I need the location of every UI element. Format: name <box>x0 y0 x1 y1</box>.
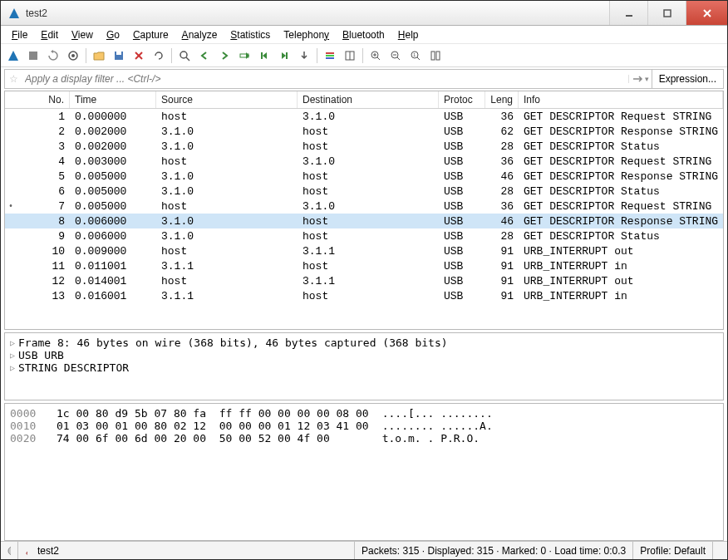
status-packet-stats: Packets: 315 · Displayed: 315 · Marked: … <box>354 542 632 559</box>
column-protocol[interactable]: Protoc <box>439 91 485 108</box>
svg-rect-31 <box>431 52 435 60</box>
find-icon[interactable] <box>175 47 194 65</box>
minimize-button[interactable] <box>609 1 647 25</box>
go-to-packet-icon[interactable] <box>235 47 253 65</box>
packet-row[interactable]: 30.0020003.1.0hostUSB28GET DESCRIPTOR St… <box>5 139 723 154</box>
close-button[interactable] <box>686 1 727 25</box>
auto-scroll-icon[interactable] <box>295 47 313 65</box>
svg-line-12 <box>186 57 189 61</box>
zoom-in-icon[interactable] <box>366 47 385 65</box>
packet-row[interactable]: 80.0060003.1.0hostUSB46GET DESCRIPTOR Re… <box>5 214 723 228</box>
svg-point-11 <box>180 52 187 58</box>
svg-point-6 <box>71 54 75 57</box>
status-file-label: test2 <box>34 545 354 557</box>
status-bar: test2 Packets: 315 · Displayed: 315 · Ma… <box>1 541 727 559</box>
hex-row[interactable]: 002074 00 6f 00 6d 00 20 00 50 00 52 00 … <box>10 432 718 445</box>
packet-row[interactable]: •70.005000host3.1.0USB36GET DESCRIPTOR R… <box>5 199 723 214</box>
resize-columns-icon[interactable] <box>341 47 359 65</box>
bookmark-filter-icon[interactable]: ☆ <box>5 73 22 85</box>
svg-rect-16 <box>326 52 334 54</box>
capture-options-icon[interactable] <box>64 47 82 65</box>
menu-go[interactable]: Go <box>101 27 125 42</box>
start-capture-icon[interactable] <box>4 47 22 65</box>
apply-filter-icon[interactable]: ▾ <box>628 75 652 83</box>
separator <box>317 48 317 63</box>
expression-button[interactable]: Expression... <box>652 70 723 88</box>
window-controls <box>609 1 727 25</box>
titlebar: test2 <box>1 1 727 26</box>
menu-statistics[interactable]: Statistics <box>224 27 276 42</box>
expand-icon[interactable]: ▷ <box>10 338 15 347</box>
go-first-icon[interactable] <box>255 47 273 65</box>
packet-row[interactable]: 110.0110013.1.1hostUSB91URB_INTERRUPT in <box>5 258 723 273</box>
packet-row[interactable]: 100.009000host3.1.1USB91URB_INTERRUPT ou… <box>5 243 723 258</box>
svg-line-24 <box>377 57 380 60</box>
hex-row[interactable]: 00001c 00 80 d9 5b 07 80 fa ff ff 00 00 … <box>10 407 718 420</box>
detail-line: ▷Frame 8: 46 bytes on wire (368 bits), 4… <box>10 336 718 349</box>
expand-icon[interactable]: ▷ <box>10 363 15 372</box>
colorize-icon[interactable] <box>321 47 339 65</box>
restart-capture-icon[interactable] <box>44 47 62 65</box>
menu-file[interactable]: File <box>6 27 33 42</box>
detail-line: ▷USB URB <box>10 349 718 361</box>
svg-rect-17 <box>326 55 334 56</box>
separator <box>362 48 363 63</box>
stop-capture-icon[interactable] <box>24 47 42 65</box>
separator <box>171 48 172 63</box>
mark-column[interactable] <box>5 91 17 108</box>
reload-icon[interactable] <box>150 47 168 65</box>
menu-telephony[interactable]: Telephony <box>278 27 335 42</box>
packet-row[interactable]: 20.0020003.1.0hostUSB62GET DESCRIPTOR Re… <box>5 124 723 139</box>
hex-dump-pane[interactable]: 00001c 00 80 d9 5b 07 80 fa ff ff 00 00 … <box>4 403 724 541</box>
window-title: test2 <box>26 7 609 19</box>
packet-detail-pane[interactable]: ▷Frame 8: 46 bytes on wire (368 bits), 4… <box>4 332 724 400</box>
filter-bar: ☆ ▾ Expression... <box>4 69 724 89</box>
menu-analyze[interactable]: Analyze <box>176 27 224 42</box>
column-no[interactable]: No. <box>17 91 70 108</box>
svg-rect-4 <box>29 52 37 60</box>
column-info[interactable]: Info <box>519 91 723 108</box>
column-length[interactable]: Leng <box>485 91 519 108</box>
packet-row[interactable]: 120.014001host3.1.1USB91URB_INTERRUPT ou… <box>5 273 723 288</box>
column-time[interactable]: Time <box>70 91 156 108</box>
packet-rows: 10.000000host3.1.0USB36GET DESCRIPTOR Re… <box>5 109 723 329</box>
go-last-icon[interactable] <box>275 47 293 65</box>
packet-list-header: No. Time Source Destination Protoc Leng … <box>5 91 723 109</box>
expert-info-icon[interactable] <box>1 542 17 559</box>
menu-edit[interactable]: Edit <box>35 27 64 42</box>
expand-icon[interactable]: ▷ <box>10 351 15 360</box>
packet-row[interactable]: 90.0060003.1.0hostUSB28GET DESCRIPTOR St… <box>5 228 723 243</box>
packet-row[interactable]: 40.003000host3.1.0USB36GET DESCRIPTOR Re… <box>5 154 723 169</box>
svg-rect-18 <box>326 57 334 59</box>
go-forward-icon[interactable] <box>215 47 234 65</box>
menu-help[interactable]: Help <box>392 27 425 42</box>
menu-capture[interactable]: Capture <box>127 27 175 42</box>
packet-list: No. Time Source Destination Protoc Leng … <box>4 91 724 330</box>
svg-text:1: 1 <box>413 52 416 57</box>
zoom-reset-icon[interactable]: 1 <box>406 47 425 65</box>
save-file-icon[interactable] <box>110 47 128 65</box>
menu-view[interactable]: View <box>66 27 99 42</box>
separator <box>86 48 86 63</box>
svg-line-30 <box>417 57 420 60</box>
packet-row[interactable]: 130.0160013.1.1hostUSB91URB_INTERRUPT in <box>5 288 723 303</box>
hex-row[interactable]: 001001 03 00 01 00 80 02 12 00 00 00 01 … <box>10 420 718 432</box>
column-source[interactable]: Source <box>156 91 298 108</box>
open-file-icon[interactable] <box>90 47 108 65</box>
svg-rect-8 <box>116 52 121 55</box>
column-destination[interactable]: Destination <box>298 91 439 108</box>
menu-bluetooth[interactable]: Bluetooth <box>337 27 391 42</box>
packet-row[interactable]: 50.0050003.1.0hostUSB46GET DESCRIPTOR Re… <box>5 169 723 184</box>
resize-all-icon[interactable] <box>426 47 445 65</box>
status-profile[interactable]: Profile: Default <box>632 542 712 559</box>
svg-rect-32 <box>436 52 440 60</box>
maximize-button[interactable] <box>647 1 686 25</box>
go-back-icon[interactable] <box>195 47 214 65</box>
resize-grip-icon[interactable] <box>712 542 727 559</box>
display-filter-input[interactable] <box>22 71 628 86</box>
edit-capture-comment-icon[interactable] <box>17 542 34 559</box>
zoom-out-icon[interactable] <box>386 47 405 65</box>
close-file-icon[interactable] <box>130 47 148 65</box>
packet-row[interactable]: 60.0050003.1.0hostUSB28GET DESCRIPTOR St… <box>5 184 723 199</box>
packet-row[interactable]: 10.000000host3.1.0USB36GET DESCRIPTOR Re… <box>5 109 723 124</box>
